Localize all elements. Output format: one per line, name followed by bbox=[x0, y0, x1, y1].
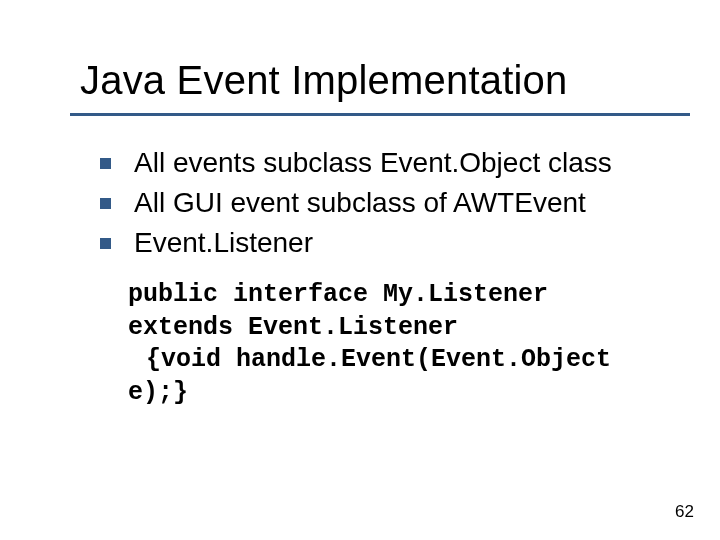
code-line: public interface My.Listener bbox=[128, 279, 648, 312]
slide-title: Java Event Implementation bbox=[80, 58, 720, 103]
title-area: Java Event Implementation bbox=[0, 0, 720, 103]
square-bullet-icon bbox=[100, 198, 111, 209]
code-line: extends Event.Listener bbox=[128, 312, 648, 345]
bullet-item: Event.Listener bbox=[100, 224, 660, 262]
bullet-list: All events subclass Event.Object class A… bbox=[100, 144, 660, 261]
code-line: e);} bbox=[128, 377, 648, 410]
square-bullet-icon bbox=[100, 238, 111, 249]
bullet-text: All GUI event subclass of AWTEvent bbox=[134, 187, 586, 218]
slide: Java Event Implementation All events sub… bbox=[0, 0, 720, 540]
bullet-item: All GUI event subclass of AWTEvent bbox=[100, 184, 660, 222]
bullet-text: All events subclass Event.Object class bbox=[134, 147, 612, 178]
bullet-text: Event.Listener bbox=[134, 227, 313, 258]
code-block: public interface My.Listener extends Eve… bbox=[128, 279, 648, 409]
square-bullet-icon bbox=[100, 158, 111, 169]
page-number: 62 bbox=[675, 502, 694, 522]
slide-body: All events subclass Event.Object class A… bbox=[0, 116, 660, 409]
bullet-item: All events subclass Event.Object class bbox=[100, 144, 660, 182]
code-line: {void handle.Event(Event.Object bbox=[128, 344, 648, 377]
